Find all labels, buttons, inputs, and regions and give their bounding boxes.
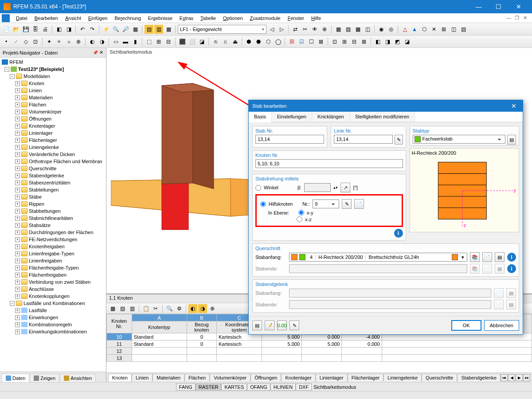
tb-redo-icon[interactable]: ↷ [88, 25, 97, 34]
qs-new-icon[interactable]: 📄 [482, 252, 492, 262]
tb-icon[interactable]: ⊟ [350, 37, 359, 46]
tb-icon[interactable]: ◑ [98, 37, 106, 46]
tb-icon[interactable]: ◪ [197, 37, 206, 46]
tb-icon[interactable]: ⊟ [164, 37, 173, 46]
tree-toggle[interactable]: + [15, 95, 20, 100]
nav-close-icon[interactable]: ✕ [99, 50, 103, 55]
menu-tabelle[interactable]: Tabelle [197, 15, 219, 22]
doc-close[interactable]: ✕ [521, 15, 528, 21]
table-tab[interactable]: Materialien [153, 374, 184, 381]
linie-nr-input[interactable] [334, 135, 392, 144]
gelenk-new-icon[interactable]: 📄 [494, 288, 504, 298]
tb-icon[interactable]: ⬢ [244, 37, 253, 46]
tree-toggle[interactable]: + [15, 81, 20, 86]
tree-toggle[interactable]: + [15, 251, 20, 256]
footer-icon[interactable]: 📝 [265, 321, 274, 330]
tree-label[interactable]: Stabsätze [29, 223, 51, 228]
tree-label[interactable]: Stabbettungen [29, 208, 61, 214]
tb-icon[interactable]: ◯ [274, 37, 282, 46]
table-tab[interactable]: Knoten [108, 374, 132, 381]
tree-toggle[interactable]: + [15, 237, 20, 242]
tree-label[interactable]: Stabnichtlinearitäten [29, 215, 73, 221]
hilfsknoten-nr-select[interactable]: 9 [313, 200, 339, 208]
tab-basis[interactable]: Basis [249, 112, 272, 122]
tb-icon[interactable]: ⬡ [264, 37, 273, 46]
tb-icon[interactable]: ⊞ [154, 37, 163, 46]
tb-icon[interactable]: ▩ [353, 25, 362, 34]
tb-icon[interactable]: ▤ [459, 25, 468, 34]
tb-icon[interactable]: 🔎 [121, 25, 130, 34]
tab-einstellungen[interactable]: Einstellungen [272, 112, 312, 122]
tb-icon[interactable]: ◇ [21, 37, 30, 46]
menu-ansicht[interactable]: Ansicht [62, 15, 85, 22]
tb-icon[interactable]: ◑ [198, 304, 207, 313]
tb-icon[interactable]: ▮ [131, 37, 140, 46]
tree-toggle[interactable]: + [15, 110, 20, 114]
loadcase-combo[interactable]: LF1 - Eigengewicht [178, 25, 266, 34]
pick-node-icon[interactable]: ✎ [342, 199, 352, 209]
tb-icon[interactable]: ▥ [154, 25, 163, 34]
tab-steifigkeiten[interactable]: Steifigkeiten modifizieren [350, 112, 415, 122]
tb-icon[interactable]: ◨ [383, 37, 392, 46]
tree-label[interactable]: Anschlüsse [29, 286, 54, 292]
tb-icon[interactable]: ◫ [449, 25, 458, 34]
close-button[interactable]: ✕ [509, 0, 528, 13]
tree-toggle[interactable]: + [15, 315, 20, 320]
tree-label[interactable]: Querschnitte [29, 166, 56, 171]
tree-label[interactable]: Linien [29, 88, 42, 93]
tb-icon[interactable]: ◎ [387, 25, 395, 34]
tree-label[interactable]: FE-Netzverdichtungen [29, 237, 77, 242]
tb-icon[interactable]: ⎋ [211, 37, 220, 46]
row-number[interactable]: 10 [107, 333, 132, 340]
tb-icon[interactable]: 👁 [310, 25, 319, 34]
tree-toggle[interactable]: + [15, 152, 20, 157]
tree-toggle[interactable]: + [15, 308, 20, 313]
table-tab[interactable]: Stabendgelenke [457, 374, 501, 381]
tb-icon[interactable]: ⊡ [31, 37, 40, 46]
tb-icon[interactable]: ▬ [121, 37, 130, 46]
navigator-tree[interactable]: RFEM −Test123* [Beispiele] −Modelldaten … [0, 58, 106, 372]
gelenk-edit-icon[interactable]: ▤ [506, 300, 516, 309]
menu-optionen[interactable]: Optionen [219, 15, 246, 22]
tree-toggle[interactable]: + [15, 266, 20, 270]
tb-icon[interactable]: ⬚ [145, 37, 153, 46]
tree-toggle[interactable]: − [10, 301, 15, 306]
radio-plane-xz[interactable] [297, 216, 302, 222]
tb-icon[interactable]: ✧ [55, 37, 63, 46]
tree-label[interactable]: Materialien [29, 95, 53, 100]
tb-icon[interactable]: ⇄ [291, 25, 300, 34]
nav-tab-zeigen[interactable]: Zeigen [30, 374, 59, 382]
status-dxf[interactable]: DXF [296, 383, 312, 391]
tb-icon[interactable]: ▲ [410, 25, 419, 34]
table-tab[interactable]: Flächenlager [348, 374, 384, 381]
tree-toggle[interactable]: − [4, 67, 9, 72]
radio-hilfsknoten[interactable] [260, 201, 266, 207]
tb-icon[interactable]: ⬜ [188, 37, 196, 46]
tree-label[interactable]: Linienfreigaben [29, 258, 62, 263]
tree-label[interactable]: Durchdringungen der Flächen [29, 230, 94, 235]
tree-toggle[interactable]: + [15, 273, 20, 278]
tree-toggle[interactable]: + [15, 244, 20, 249]
tb-icon[interactable]: ⚡ [102, 25, 110, 34]
tb-icon[interactable]: ⊠ [360, 37, 368, 46]
tree-toggle[interactable]: + [15, 138, 20, 143]
tb-icon[interactable]: 🔍 [111, 25, 120, 34]
tab-first-icon[interactable]: ⏮ [501, 374, 508, 381]
tb-icon[interactable]: ⊕ [74, 37, 83, 46]
tb-icon[interactable]: ◐ [188, 304, 197, 313]
tb-icon[interactable]: ⚙ [175, 304, 184, 313]
tb-icon[interactable]: ⬡ [420, 25, 429, 34]
tree-toggle[interactable]: + [15, 188, 20, 192]
tree-label[interactable]: Knotenkopplungen [29, 293, 70, 299]
tb-icon[interactable]: ▦ [334, 25, 343, 34]
tree-label[interactable]: Stabteilungen [29, 187, 59, 192]
tree-label[interactable]: Knotenfreigaben [29, 244, 65, 249]
tree-label[interactable]: Orthotrope Flächen und Membran [29, 159, 102, 164]
table-tab[interactable]: Knotenlager [281, 374, 315, 381]
tb-icon[interactable]: ⏏ [231, 37, 239, 46]
tree-toggle[interactable]: + [15, 294, 20, 299]
tb-icon[interactable]: ▨ [344, 25, 352, 34]
tb-icon[interactable]: ⊕ [320, 25, 329, 34]
tb-next-icon[interactable]: ▷ [277, 25, 286, 34]
tb-icon[interactable]: • [2, 37, 11, 46]
